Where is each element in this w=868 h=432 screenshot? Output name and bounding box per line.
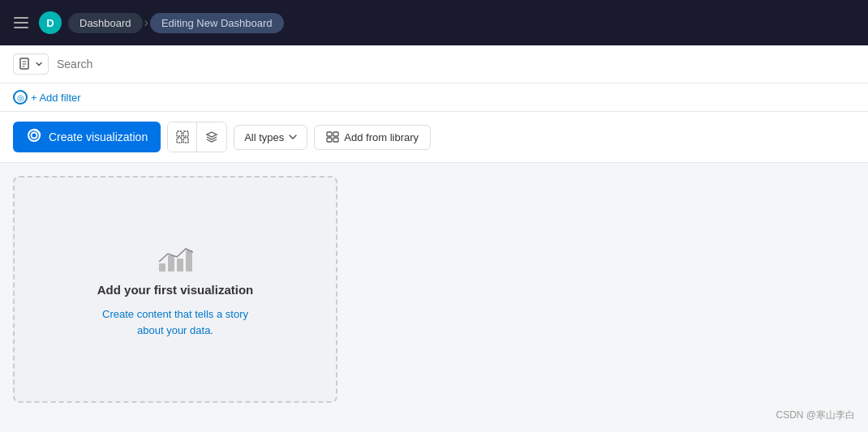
ring-chart-icon [26,128,42,143]
empty-state-title: Add your first visualization [97,283,254,297]
create-viz-icon [26,128,42,146]
svg-rect-11 [177,138,182,143]
svg-rect-10 [183,131,188,136]
visualization-placeholder-icon [157,241,193,273]
svg-rect-13 [327,132,332,136]
svg-rect-12 [183,138,188,143]
svg-rect-15 [327,138,332,142]
main-content: Add your first visualization Create cont… [0,163,868,432]
breadcrumb: Dashboard › Editing New Dashboard [68,13,284,33]
search-input-wrapper [57,58,855,71]
layers-icon [205,130,218,143]
svg-rect-2 [14,27,28,28]
svg-rect-19 [177,259,183,272]
svg-rect-16 [333,138,338,142]
filter-icon: ◎ [13,90,28,105]
empty-state-subtitle: Create content that tells a story about … [102,306,248,338]
svg-rect-17 [159,263,165,272]
breadcrumb-current: Editing New Dashboard [150,13,284,33]
svg-rect-1 [14,22,28,24]
add-from-library-button[interactable]: Add from library [314,125,431,150]
grid-view-button[interactable] [168,122,197,152]
avatar[interactable]: D [39,11,62,34]
add-filter-button[interactable]: + Add filter [31,92,81,104]
library-icon [326,131,339,143]
svg-rect-9 [177,131,182,136]
all-types-dropdown[interactable]: All types [234,125,307,150]
layers-view-button[interactable] [197,122,226,152]
breadcrumb-dashboard[interactable]: Dashboard [68,13,143,33]
watermark: CSDN @寒山李白 [776,408,855,422]
breadcrumb-separator: › [144,15,148,30]
empty-visualization-panel: Add your first visualization Create cont… [13,176,337,403]
search-area [0,45,868,83]
chevron-down-icon [35,60,43,68]
topbar: D Dashboard › Editing New Dashboard [0,0,868,45]
filter-area: ◎ + Add filter [0,83,868,112]
toolbar: Create visualization All types [0,112,868,163]
svg-rect-14 [333,132,338,136]
hamburger-icon[interactable] [10,17,32,28]
grid-icon [176,130,189,143]
svg-rect-0 [14,17,28,19]
svg-rect-20 [186,250,192,272]
chevron-down-icon [289,134,297,140]
doc-icon [19,58,32,71]
svg-point-8 [32,133,37,139]
create-visualization-button[interactable]: Create visualization [13,122,161,152]
svg-rect-18 [168,255,174,272]
search-input[interactable] [57,58,855,71]
view-toggle-group [167,122,227,152]
doc-icon-wrapper[interactable] [13,53,49,75]
